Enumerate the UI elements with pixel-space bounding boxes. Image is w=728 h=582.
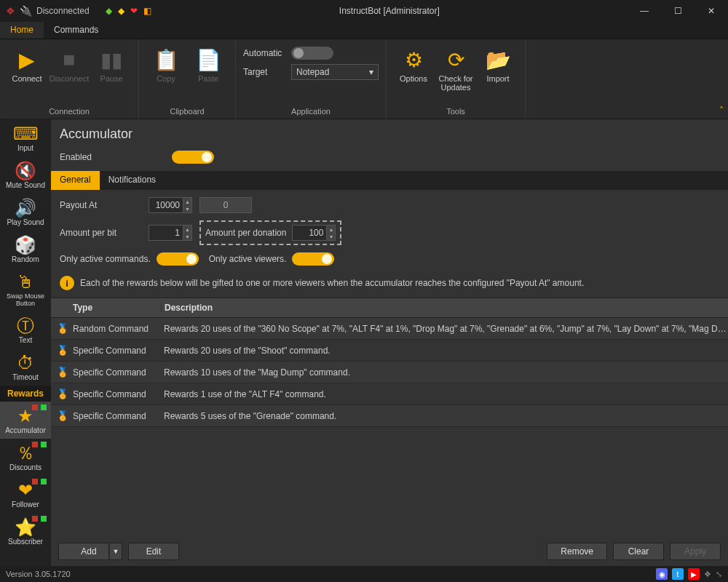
reward-icon: 🏅 <box>57 388 70 399</box>
text-icon: Ⓣ <box>17 316 34 336</box>
keyboard-icon: ⌨ <box>13 124 39 144</box>
rewards-table: Type Description 🏅Random CommandRewards … <box>51 298 728 537</box>
automatic-toggle[interactable] <box>291 47 333 60</box>
youtube-icon[interactable]: ▶ <box>688 568 700 580</box>
sidebar-section-rewards: Rewards <box>0 386 51 402</box>
sidebar-item-subscriber[interactable]: ⭐Subscriber <box>0 513 51 550</box>
sidebar-item-text[interactable]: ⓉText <box>0 311 51 348</box>
sidebar-item-input[interactable]: ⌨Input <box>0 119 51 156</box>
discord-icon[interactable]: ◉ <box>656 568 668 580</box>
window-title: InstructBot [Administrator] <box>151 6 628 16</box>
group-tools: Tools <box>394 105 518 117</box>
table-row[interactable]: 🏅Specific CommandRewards 20 uses of the … <box>51 340 728 362</box>
remove-button[interactable]: Remove <box>547 543 607 560</box>
group-application: Application <box>243 105 379 117</box>
enabled-label: Enabled <box>60 152 92 162</box>
paste-button: 📄Paste <box>189 44 228 83</box>
twitter-icon[interactable]: t <box>672 568 684 580</box>
check-updates-button[interactable]: ⟳Check for Updates <box>436 44 475 92</box>
sub-tabs: General Notifications <box>51 171 728 190</box>
cell-type: Specific Command <box>70 411 161 421</box>
pause-button: ▮▮Pause <box>92 44 131 83</box>
maximize-button[interactable]: ☐ <box>661 0 695 22</box>
target-dropdown[interactable]: Notepad▾ <box>291 64 379 80</box>
sidebar-item-mute-sound[interactable]: 🔇Mute Sound <box>0 156 51 194</box>
only-active-commands-label: Only active commands. <box>60 254 151 264</box>
close-button[interactable]: ✕ <box>695 0 728 22</box>
title-bar: ❖ 🔌 Disconnected ◆ ◆ ❤ ◧ InstructBot [Ad… <box>0 0 728 22</box>
content-area: Accumulator Enabled General Notification… <box>51 119 728 566</box>
clock-icon: ⏱ <box>17 353 34 373</box>
main-tabs: Home Commands <box>0 22 728 39</box>
sidebar-item-play-sound[interactable]: 🔊Play Sound <box>0 194 51 231</box>
cell-type: Specific Command <box>70 346 161 356</box>
service-icon-4[interactable]: ◧ <box>143 6 151 16</box>
apply-button: Apply <box>670 543 721 560</box>
table-row[interactable]: 🏅Random CommandRewards 20 uses of the "3… <box>51 318 728 340</box>
sidebar-item-random[interactable]: 🎲Random <box>0 231 51 268</box>
reward-icon: 🏅 <box>57 410 70 421</box>
service-icon-2[interactable]: ◆ <box>118 6 124 16</box>
col-type[interactable]: Type <box>70 303 161 313</box>
table-row[interactable]: 🏅Specific CommandRewards 10 uses of the … <box>51 362 728 383</box>
table-row[interactable]: 🏅Specific CommandRewards 5 uses of the "… <box>51 405 728 427</box>
service-icon-3[interactable]: ❤ <box>130 6 138 16</box>
sound-icon: 🔊 <box>15 198 36 218</box>
service-icon-1[interactable]: ◆ <box>106 6 112 16</box>
sidebar: ⌨Input 🔇Mute Sound 🔊Play Sound 🎲Random 🖱… <box>0 119 51 566</box>
sidebar-item-accumulator[interactable]: ★Accumulator <box>0 402 51 439</box>
sidebar-item-timeout[interactable]: ⏱Timeout <box>0 348 51 386</box>
disconnect-button: ■Disconnect <box>50 44 89 83</box>
subtab-general[interactable]: General <box>51 171 100 190</box>
cell-description: Rewards 20 uses of the "360 No Scope" at… <box>161 324 728 334</box>
amount-per-bit-label: Amount per bit <box>60 228 141 238</box>
tab-home[interactable]: Home <box>0 22 44 39</box>
pause-icon: ▮▮ <box>100 45 122 74</box>
target-label: Target <box>243 67 285 77</box>
heart-icon: ❤ <box>18 480 33 501</box>
clear-button[interactable]: Clear <box>613 543 664 560</box>
table-row[interactable]: 🏅Specific CommandRewards 1 use of the "A… <box>51 383 728 405</box>
dice-icon: 🎲 <box>15 235 36 255</box>
refresh-icon: ⟳ <box>448 45 464 74</box>
info-text: Each of the rewards below will be gifted… <box>80 278 584 288</box>
sidebar-item-follower[interactable]: ❤Follower <box>0 476 51 513</box>
payout-at-spinner[interactable]: ▲▼ <box>183 198 191 212</box>
copy-icon: 📋 <box>154 45 179 74</box>
group-clipboard: Clipboard <box>146 105 228 117</box>
info-icon: i <box>60 276 74 290</box>
connection-status: Disconnected <box>36 6 90 16</box>
minimize-button[interactable]: — <box>628 0 661 22</box>
highlighted-field: Amount per donation ▲▼ <box>199 220 341 245</box>
cell-description: Rewards 20 uses of the "Shoot" command. <box>161 346 728 356</box>
sidebar-item-discounts[interactable]: ％Discounts <box>0 439 51 476</box>
edit-button[interactable]: Edit <box>128 543 179 560</box>
amount-per-bit-spinner[interactable]: ▲▼ <box>183 226 191 240</box>
only-active-commands-toggle[interactable] <box>157 252 199 266</box>
enabled-toggle[interactable] <box>172 151 214 164</box>
mute-icon: 🔇 <box>15 161 36 181</box>
add-dropdown-button[interactable]: ▼ <box>109 543 122 560</box>
status-expand-icon[interactable]: ⤡ <box>716 570 722 579</box>
cell-description: Rewards 1 use of the "ALT F4" command. <box>161 389 728 399</box>
col-description[interactable]: Description <box>161 303 728 313</box>
table-header: Type Description <box>51 298 728 318</box>
sidebar-item-swap-mouse[interactable]: 🖱Swap Mouse Button <box>0 268 51 311</box>
add-button[interactable]: Add <box>58 543 109 560</box>
connect-button[interactable]: ▶Connect <box>7 44 47 83</box>
ribbon-collapse-button[interactable]: ˄ <box>719 105 724 116</box>
import-button[interactable]: 📂Import <box>478 44 518 83</box>
folder-icon: 📂 <box>486 45 511 74</box>
subtab-notifications[interactable]: Notifications <box>100 171 165 190</box>
version-text: Version 3.05.1720 <box>6 570 71 578</box>
ribbon: ▶Connect ■Disconnect ▮▮Pause Connection … <box>0 39 728 119</box>
amount-per-donation-spinner[interactable]: ▲▼ <box>326 226 335 240</box>
options-button[interactable]: ⚙Options <box>394 44 433 83</box>
status-extra-icon[interactable]: ❖ <box>704 570 711 579</box>
reward-icon: 🏅 <box>57 345 70 356</box>
only-active-viewers-label: Only active viewers. <box>209 254 287 264</box>
page-title: Accumulator <box>51 119 728 148</box>
tab-commands[interactable]: Commands <box>44 22 108 39</box>
only-active-viewers-toggle[interactable] <box>292 252 334 266</box>
stop-icon: ■ <box>63 45 76 74</box>
